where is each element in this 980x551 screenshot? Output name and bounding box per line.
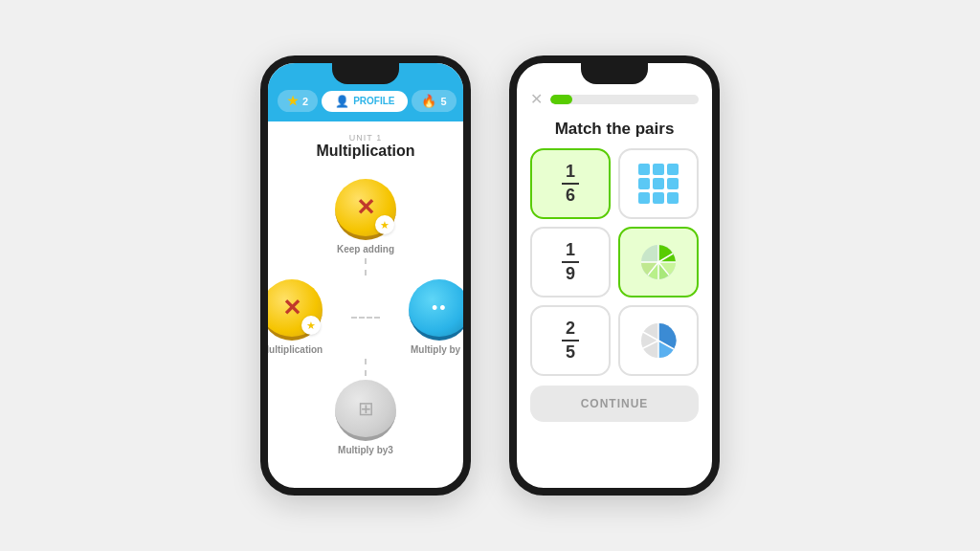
lesson-node-multiply-by-2[interactable]: •• Multiply by 2 [409, 279, 470, 355]
right-phone: ✕ Match the pairs 1 6 [509, 55, 720, 496]
sq-6 [667, 178, 679, 189]
pair-card-frac-1-9[interactable]: 1 9 [530, 227, 611, 298]
pairs-grid: 1 6 [517, 148, 712, 376]
fraction-1-9: 1 9 [562, 240, 579, 284]
numerator-1-6: 1 [566, 162, 575, 182]
left-phone: ★ 2 👤 PROFILE 🔥 5 UNIT 1 Multiplication … [260, 55, 471, 496]
star-icon: ★ [287, 94, 299, 108]
profile-label: PROFILE [353, 96, 394, 106]
pie-green-icon [637, 241, 679, 283]
connector-h [351, 317, 380, 319]
progress-bar-fill [550, 95, 572, 104]
flames-button[interactable]: 🔥 5 [412, 90, 456, 112]
lesson-map: ✕ ★ Keep adding ✕ ★ Multiplication [268, 165, 463, 469]
stars-count: 2 [302, 96, 308, 107]
sq-5 [653, 178, 664, 189]
pair-card-pie-green[interactable] [618, 227, 699, 298]
connector-1 [365, 258, 367, 276]
sq-7 [638, 192, 650, 204]
connector-2 [365, 359, 367, 376]
numerator-1-9: 1 [566, 240, 575, 260]
fraction-line-2-5 [562, 340, 579, 342]
fraction-2-5: 2 5 [562, 319, 579, 363]
continue-button[interactable]: CONTINUE [530, 386, 699, 422]
lesson-node-keep-adding[interactable]: ✕ ★ Keep adding [335, 179, 396, 254]
pair-card-frac-1-6[interactable]: 1 6 [530, 148, 611, 219]
grid-icon: ⊞ [358, 397, 374, 420]
dots-icon: •• [432, 298, 448, 319]
fraction-1-6: 1 6 [562, 162, 579, 206]
close-button[interactable]: ✕ [530, 90, 543, 108]
keep-adding-label: Keep adding [337, 244, 394, 254]
fraction-line-1-9 [562, 261, 579, 263]
sq-3 [667, 164, 679, 175]
sq-8 [653, 192, 664, 204]
keep-adding-circle[interactable]: ✕ ★ [335, 179, 396, 240]
progress-bar-background [550, 95, 699, 104]
multiply-by-2-circle[interactable]: •• [409, 279, 470, 341]
pair-card-frac-2-5[interactable]: 2 5 [530, 305, 611, 376]
grid-squares-icon [635, 160, 682, 208]
sq-2 [653, 164, 664, 175]
row-nodes-middle: ✕ ★ Multiplication •• Multiply by 2 [261, 276, 470, 359]
flame-icon: 🔥 [421, 94, 436, 108]
phones-container: ★ 2 👤 PROFILE 🔥 5 UNIT 1 Multiplication … [260, 55, 720, 496]
star-badge-2: ★ [301, 316, 321, 335]
x-icon: ✕ [356, 196, 375, 219]
unit-title: Multiplication [268, 143, 463, 160]
unit-label: UNIT 1 [268, 133, 463, 143]
denominator-1-6: 6 [566, 186, 575, 206]
lesson-node-multiply-by-3[interactable]: ⊞ Multiply by3 [335, 380, 396, 455]
numerator-2-5: 2 [566, 319, 575, 339]
pair-card-grid-squares[interactable] [618, 148, 699, 219]
sq-9 [667, 192, 679, 204]
notch-right [581, 63, 648, 84]
sq-1 [638, 164, 650, 175]
stars-button[interactable]: ★ 2 [278, 90, 318, 112]
unit-section: UNIT 1 Multiplication [268, 121, 463, 165]
lesson-node-multiplication[interactable]: ✕ ★ Multiplication [261, 279, 323, 355]
multiplication-circle[interactable]: ✕ ★ [261, 279, 323, 341]
fraction-line-1-6 [562, 183, 579, 185]
flames-count: 5 [440, 96, 446, 107]
star-badge: ★ [375, 215, 394, 234]
pair-card-partial-pie[interactable] [618, 305, 699, 376]
match-title: Match the pairs [517, 114, 712, 148]
profile-button[interactable]: 👤 PROFILE [322, 91, 408, 112]
multiply-by-3-label: Multiply by3 [338, 445, 393, 455]
person-icon: 👤 [335, 95, 349, 108]
partial-pie-icon [637, 320, 679, 362]
notch-left [332, 63, 399, 84]
multiplication-label: Multiplication [261, 344, 323, 355]
sq-4 [638, 178, 650, 189]
x-icon-2: ✕ [282, 297, 301, 320]
multiply-by-3-circle[interactable]: ⊞ [335, 380, 396, 441]
denominator-1-9: 9 [566, 264, 575, 284]
denominator-2-5: 5 [566, 342, 575, 363]
multiply-by-2-label: Multiply by 2 [411, 344, 469, 355]
